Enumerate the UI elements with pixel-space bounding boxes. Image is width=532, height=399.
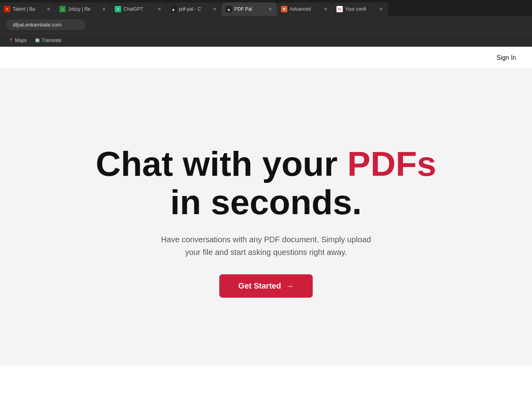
tab-favicon-chatgpt: ✦ (115, 6, 121, 12)
bookmark-translate[interactable]: 🔤Translate (31, 36, 65, 45)
tab-title-pdf-pal-2: PDF Pal (234, 6, 264, 12)
hero-section: Chat with your PDFs in seconds. Have con… (0, 69, 532, 366)
get-started-label: Get Started (238, 281, 281, 291)
tab-favicon-pdf-pal-1: ▲ (170, 6, 177, 12)
bookmark-favicon-translate: 🔤 (34, 38, 40, 43)
hero-title-part2: in seconds. (170, 182, 362, 222)
tab-favicon-gmail: M (336, 6, 343, 12)
page-header: Sign In (0, 47, 532, 69)
tab-title-gmail: Your confi (345, 6, 375, 12)
address-bar: dfpal.enkambale.com (0, 16, 532, 33)
tab-bar: TTalent | Ba✕JJobzy | Re✕✦ChatGPT✕▲pdf-p… (0, 0, 532, 16)
hero-title-part1: Chat with your (96, 144, 348, 183)
tab-title-jobzy: Jobzy | Re (68, 6, 98, 12)
browser-tab-pdf-pal-1[interactable]: ▲pdf-pal - C✕ (166, 2, 222, 16)
get-started-button[interactable]: Get Started → (219, 274, 313, 298)
browser-tab-talent[interactable]: TTalent | Ba✕ (0, 2, 55, 16)
bookmark-label-maps: Maps (15, 38, 27, 43)
tab-title-talent: Talent | Ba (13, 6, 43, 12)
browser-tab-pdf-pal-2[interactable]: ▲PDF Pal✕ (222, 2, 277, 16)
arrow-icon: → (286, 281, 294, 291)
bookmarks-bar: 📍Maps🔤Translate (0, 33, 532, 47)
tab-favicon-talent: T (4, 6, 10, 12)
tab-close-talent[interactable]: ✕ (45, 6, 51, 12)
tab-title-pdf-pal-1: pdf-pal - C (179, 6, 209, 12)
bookmark-favicon-maps: 📍 (8, 38, 13, 43)
browser-chrome: TTalent | Ba✕JJobzy | Re✕✦ChatGPT✕▲pdf-p… (0, 0, 532, 47)
page-content: Sign In Chat with your PDFs in seconds. … (0, 47, 532, 366)
tab-title-advanced: Advanced (290, 6, 320, 12)
bookmark-label-translate: Translate (42, 38, 61, 43)
tab-favicon-advanced: N (281, 6, 287, 12)
browser-tab-gmail[interactable]: MYour confi✕ (332, 2, 388, 16)
url-display[interactable]: dfpal.enkambale.com (6, 19, 86, 30)
browser-tab-chatgpt[interactable]: ✦ChatGPT✕ (111, 2, 166, 16)
hero-title: Chat with your PDFs in seconds. (88, 145, 444, 222)
sign-in-link[interactable]: Sign In (496, 54, 516, 61)
tab-close-advanced[interactable]: ✕ (322, 6, 329, 12)
hero-subtitle: Have conversations with any PDF document… (155, 233, 377, 258)
tab-close-gmail[interactable]: ✕ (378, 6, 384, 12)
tab-close-chatgpt[interactable]: ✕ (156, 6, 162, 12)
tab-close-pdf-pal-2[interactable]: ✕ (267, 6, 273, 12)
tab-close-pdf-pal-1[interactable]: ✕ (211, 6, 218, 12)
tab-favicon-jobzy: J (59, 6, 66, 12)
tab-favicon-pdf-pal-2: ▲ (226, 6, 232, 12)
hero-title-highlight: PDFs (347, 144, 436, 183)
tab-close-jobzy[interactable]: ✕ (101, 6, 107, 12)
browser-tab-jobzy[interactable]: JJobzy | Re✕ (55, 2, 111, 16)
bookmark-maps[interactable]: 📍Maps (5, 36, 30, 45)
browser-tab-advanced[interactable]: NAdvanced✕ (277, 2, 332, 16)
tab-title-chatgpt: ChatGPT (124, 6, 154, 12)
